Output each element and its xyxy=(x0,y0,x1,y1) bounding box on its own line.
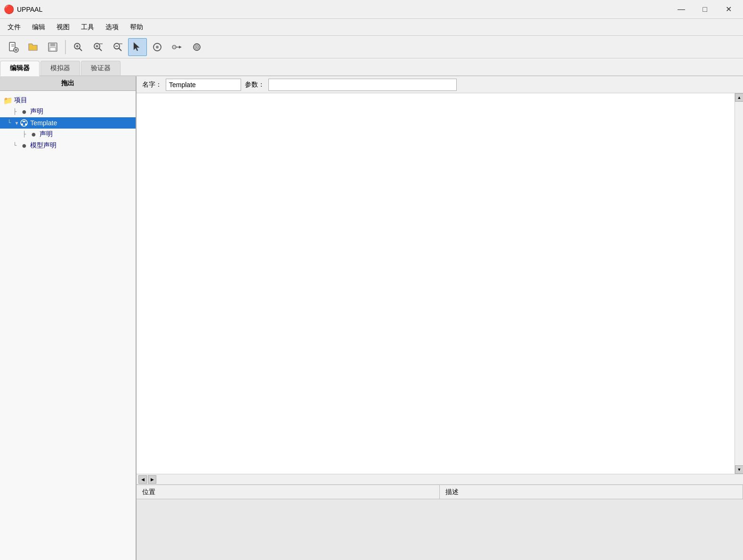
canvas-area[interactable]: ▲ ▼ xyxy=(137,93,743,474)
main-area: 拖出 📁 项目 ├ ● 声明 └ ▼ xyxy=(0,76,743,560)
edge-tool-button[interactable] xyxy=(168,38,186,56)
tab-verifier[interactable]: 验证器 xyxy=(81,61,121,75)
tree-label-decl1: 声明 xyxy=(30,107,43,116)
tree-label-model-decl: 模型声明 xyxy=(30,141,57,150)
expand-icon-template: ▼ xyxy=(14,121,19,126)
tree-connector-model-decl: └ xyxy=(13,142,20,149)
open-file-icon xyxy=(27,41,39,53)
svg-line-14 xyxy=(99,48,102,51)
tree-connector-decl1: ├ xyxy=(13,108,20,115)
zoom-fit-icon xyxy=(73,41,84,53)
svg-point-30 xyxy=(196,46,198,48)
toolbar-separator-1 xyxy=(65,40,66,54)
svg-line-10 xyxy=(80,48,82,51)
title-bar-buttons: — □ ✕ xyxy=(670,2,739,16)
title-bar: 🔴 UPPAAL — □ ✕ xyxy=(0,0,743,19)
svg-point-31 xyxy=(21,120,27,126)
svg-rect-8 xyxy=(50,48,56,51)
open-file-button[interactable] xyxy=(24,38,42,56)
save-file-icon xyxy=(47,41,58,53)
menu-tools[interactable]: 工具 xyxy=(75,21,100,33)
dot-icon-decl2: ● xyxy=(29,130,38,138)
name-label: 名字： xyxy=(142,81,162,89)
state-tool-button[interactable] xyxy=(148,38,167,56)
tree-area: 📁 项目 ├ ● 声明 └ ▼ Template xyxy=(0,91,136,560)
menu-view[interactable]: 视图 xyxy=(51,21,75,33)
edge-tool-icon xyxy=(171,41,183,53)
right-panel: 名字： 参数： ▲ ▼ ◀ ▶ 位置 描述 xyxy=(137,76,743,560)
tree-item-template[interactable]: └ ▼ Template xyxy=(0,117,136,129)
table-header: 位置 描述 xyxy=(137,485,743,499)
zoom-out-button[interactable] xyxy=(108,38,127,56)
tree-label-project: 项目 xyxy=(14,96,27,105)
left-panel: 拖出 📁 项目 ├ ● 声明 └ ▼ xyxy=(0,76,137,560)
tree-item-decl1[interactable]: ├ ● 声明 xyxy=(0,106,136,117)
tree-label-decl2: 声明 xyxy=(40,130,53,138)
zoom-fit-button[interactable] xyxy=(69,38,88,56)
toolbar xyxy=(0,36,743,58)
svg-point-32 xyxy=(21,123,23,125)
tree-connector-decl2: ├ xyxy=(23,131,29,138)
dot-icon-model-decl: ● xyxy=(20,141,28,150)
new-file-icon xyxy=(8,41,19,53)
menu-bar: 文件 编辑 视图 工具 选项 帮助 xyxy=(0,19,743,36)
menu-options[interactable]: 选项 xyxy=(100,21,124,33)
menu-help[interactable]: 帮助 xyxy=(124,21,149,33)
svg-line-19 xyxy=(119,48,122,51)
tree-item-model-decl[interactable]: └ ● 模型声明 xyxy=(0,140,136,151)
template-icon xyxy=(20,119,28,127)
tree-connector-template: └ xyxy=(8,120,14,126)
menu-edit[interactable]: 编辑 xyxy=(26,21,51,33)
scroll-down-button[interactable]: ▼ xyxy=(735,465,743,474)
tree-label-template: Template xyxy=(30,119,57,127)
col-header-position: 位置 xyxy=(137,485,440,499)
state-tool-icon xyxy=(152,41,163,53)
zoom-in-button[interactable] xyxy=(89,38,107,56)
svg-point-33 xyxy=(25,123,27,125)
save-file-button[interactable] xyxy=(43,38,62,56)
svg-rect-7 xyxy=(50,43,55,46)
folder-icon: 📁 xyxy=(4,96,12,105)
params-input[interactable] xyxy=(268,79,457,91)
menu-file[interactable]: 文件 xyxy=(2,21,26,33)
svg-point-24 xyxy=(156,46,159,49)
close-button[interactable]: ✕ xyxy=(718,2,739,16)
tab-bar: 编辑器 模拟器 验证器 xyxy=(0,58,743,76)
left-panel-header: 拖出 xyxy=(0,76,136,91)
scroll-right-button[interactable]: ▶ xyxy=(148,475,156,484)
select-tool-button[interactable] xyxy=(128,38,147,56)
scroll-left-button[interactable]: ◀ xyxy=(138,475,147,484)
nail-tool-icon xyxy=(191,41,202,53)
tree-item-project[interactable]: 📁 项目 xyxy=(0,95,136,106)
table-body xyxy=(137,499,743,560)
bottom-table: 位置 描述 xyxy=(137,485,743,560)
name-input[interactable] xyxy=(166,79,241,91)
app-title: UPPAAL xyxy=(17,6,42,13)
maximize-button[interactable]: □ xyxy=(694,2,716,16)
canvas-nav: ◀ ▶ xyxy=(137,474,743,485)
dot-icon-decl1: ● xyxy=(20,107,28,116)
name-bar: 名字： 参数： xyxy=(137,76,743,93)
zoom-in-icon xyxy=(92,41,104,53)
svg-marker-22 xyxy=(134,42,139,51)
nail-tool-button[interactable] xyxy=(187,38,206,56)
scroll-track xyxy=(735,102,743,465)
select-tool-icon xyxy=(132,41,143,53)
minimize-button[interactable]: — xyxy=(670,2,692,16)
tree-item-decl2[interactable]: ├ ● 声明 xyxy=(0,129,136,140)
params-label: 参数： xyxy=(245,81,265,89)
svg-marker-27 xyxy=(179,46,182,49)
new-file-button[interactable] xyxy=(4,38,23,56)
zoom-out-icon xyxy=(112,41,123,53)
svg-point-25 xyxy=(172,45,176,49)
app-icon: 🔴 xyxy=(4,4,14,15)
title-bar-left: 🔴 UPPAAL xyxy=(4,4,42,15)
col-header-description: 描述 xyxy=(440,485,743,499)
scroll-up-button[interactable]: ▲ xyxy=(735,93,743,102)
vertical-scrollbar[interactable]: ▲ ▼ xyxy=(735,93,743,474)
tab-editor[interactable]: 编辑器 xyxy=(0,61,40,76)
tab-simulator[interactable]: 模拟器 xyxy=(40,61,80,75)
